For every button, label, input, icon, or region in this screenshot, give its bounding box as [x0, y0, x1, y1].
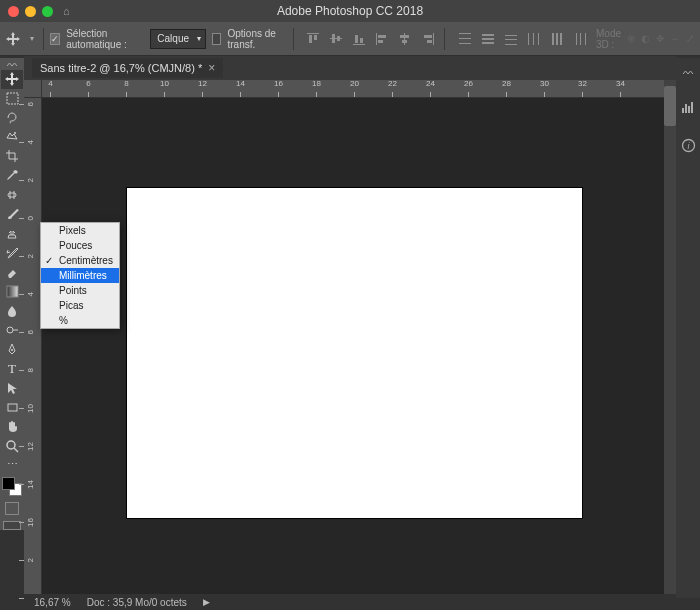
orbit-3d-icon[interactable]: ⊕	[627, 33, 635, 44]
minimize-window-button[interactable]	[25, 6, 36, 17]
home-icon[interactable]: ⌂	[63, 5, 70, 17]
workspace: 46810121416182022242628303234 6420246810…	[24, 80, 676, 594]
align-group	[303, 29, 438, 49]
distribute-hcenter-icon[interactable]	[547, 29, 567, 49]
svg-rect-15	[433, 33, 434, 45]
transform-checkbox[interactable]	[212, 33, 221, 45]
horizontal-ruler[interactable]: 46810121416182022242628303234	[42, 80, 664, 98]
svg-point-37	[14, 132, 16, 134]
svg-rect-25	[505, 39, 517, 40]
pen-tool[interactable]	[1, 340, 23, 359]
svg-rect-32	[560, 33, 562, 45]
distribute-right-icon[interactable]	[570, 29, 590, 49]
clone-stamp-tool[interactable]	[1, 224, 23, 243]
distribute-vcenter-icon[interactable]	[478, 29, 498, 49]
lasso-tool[interactable]	[1, 108, 23, 127]
spot-heal-tool[interactable]	[1, 185, 23, 204]
rightbar-expand-icon[interactable]	[681, 68, 695, 78]
ruler-unit-points[interactable]: Points	[41, 283, 119, 298]
distribute-top-icon[interactable]	[455, 29, 475, 49]
auto-select-checkbox[interactable]: ✓	[50, 33, 60, 45]
tool-preset-dropdown[interactable]: ▾	[27, 34, 37, 44]
align-top-icon[interactable]	[303, 29, 323, 49]
svg-rect-33	[576, 33, 577, 45]
dodge-tool[interactable]	[1, 320, 23, 339]
vertical-ruler[interactable]: 642024681012141624	[24, 98, 42, 594]
move-tool-icon[interactable]	[6, 29, 21, 49]
edit-toolbar-icon[interactable]: ⋯	[1, 455, 23, 474]
toolbox-collapse-icon[interactable]	[5, 60, 19, 70]
roll-3d-icon[interactable]: ◐	[641, 33, 650, 44]
canvas[interactable]	[127, 188, 582, 518]
svg-line-47	[14, 448, 18, 452]
vertical-scrollbar[interactable]	[664, 80, 676, 594]
close-tab-icon[interactable]: ×	[208, 61, 215, 75]
distribute-group	[455, 29, 590, 49]
svg-point-42	[7, 327, 13, 333]
svg-rect-10	[378, 35, 386, 38]
status-menu-icon[interactable]: ▶	[203, 597, 210, 607]
ruler-unit-millimètres[interactable]: Millimètres	[41, 268, 119, 283]
svg-rect-24	[505, 35, 517, 36]
ruler-unit-%[interactable]: %	[41, 313, 119, 328]
move-tool[interactable]	[1, 70, 23, 89]
svg-rect-16	[424, 35, 432, 38]
align-left-icon[interactable]	[372, 29, 392, 49]
distribute-left-icon[interactable]	[524, 29, 544, 49]
screen-mode-button[interactable]	[3, 521, 21, 530]
document-tab[interactable]: Sans titre-2 @ 16,7% (CMJN/8) * ×	[32, 58, 223, 78]
eraser-tool[interactable]	[1, 262, 23, 281]
ruler-tick: 24	[430, 92, 431, 97]
info-panel-icon[interactable]: i	[679, 136, 697, 154]
separator	[444, 28, 445, 50]
zoom-3d-icon[interactable]: ⤢	[686, 33, 694, 44]
ruler-unit-pixels[interactable]: Pixels	[41, 223, 119, 238]
path-select-tool[interactable]	[1, 378, 23, 397]
ruler-unit-centimètres[interactable]: Centimètres	[41, 253, 119, 268]
svg-rect-13	[400, 35, 409, 38]
ruler-unit-pouces[interactable]: Pouces	[41, 238, 119, 253]
canvas-viewport[interactable]	[42, 98, 664, 594]
quick-mask-button[interactable]	[5, 502, 19, 516]
brush-tool[interactable]	[1, 205, 23, 224]
gradient-tool[interactable]	[1, 282, 23, 301]
svg-rect-26	[505, 44, 517, 45]
svg-rect-49	[685, 104, 687, 113]
ruler-unit-picas[interactable]: Picas	[41, 298, 119, 313]
ruler-tick: 32	[582, 92, 583, 97]
pan-3d-icon[interactable]: ✥	[656, 33, 664, 44]
svg-rect-34	[580, 33, 581, 45]
foreground-color-swatch[interactable]	[2, 477, 15, 490]
svg-rect-27	[528, 33, 529, 45]
blur-tool[interactable]	[1, 301, 23, 320]
svg-rect-19	[459, 38, 471, 39]
ruler-corner[interactable]	[24, 80, 42, 98]
color-swatches[interactable]	[2, 477, 22, 496]
svg-rect-21	[482, 34, 494, 36]
crop-tool[interactable]	[1, 147, 23, 166]
doc-size[interactable]: Doc : 35,9 Mo/0 octets	[87, 597, 187, 608]
marquee-tool[interactable]	[1, 89, 23, 108]
history-brush-tool[interactable]	[1, 243, 23, 262]
align-bottom-icon[interactable]	[349, 29, 369, 49]
mode3d-label: Mode 3D :	[596, 28, 621, 50]
type-tool[interactable]: T	[1, 359, 23, 378]
close-window-button[interactable]	[8, 6, 19, 17]
distribute-bottom-icon[interactable]	[501, 29, 521, 49]
quick-select-tool[interactable]	[1, 127, 23, 146]
layer-dropdown[interactable]: Calque	[150, 29, 206, 49]
zoom-level[interactable]: 16,67 %	[34, 597, 71, 608]
slide-3d-icon[interactable]: ↔	[670, 33, 680, 44]
ruler-tick: 12	[202, 92, 203, 97]
align-vcenter-icon[interactable]	[326, 29, 346, 49]
maximize-window-button[interactable]	[42, 6, 53, 17]
align-hcenter-icon[interactable]	[395, 29, 415, 49]
separator	[43, 28, 44, 50]
ruler-tick: 16	[278, 92, 279, 97]
ruler-tick: 10	[164, 92, 165, 97]
align-right-icon[interactable]	[418, 29, 438, 49]
hand-tool[interactable]	[1, 417, 23, 436]
svg-point-44	[11, 349, 13, 351]
eyedropper-tool[interactable]	[1, 166, 23, 185]
histogram-panel-icon[interactable]	[679, 98, 697, 116]
